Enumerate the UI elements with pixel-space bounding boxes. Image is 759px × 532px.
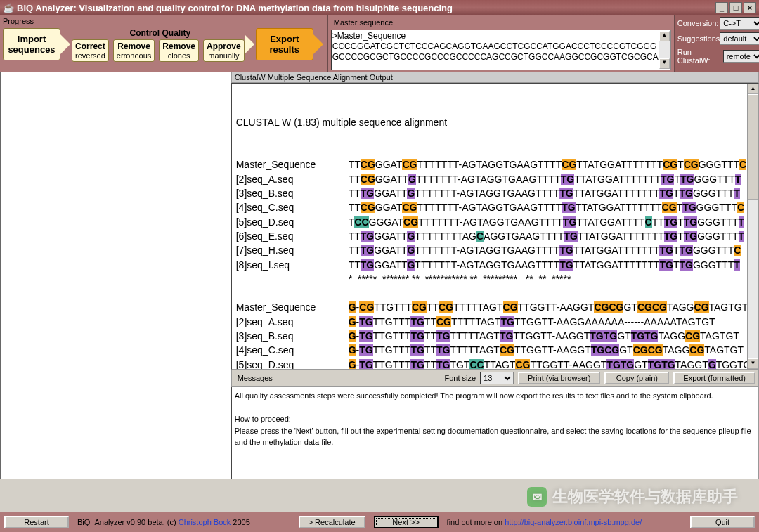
progress-label: Progress (0, 15, 327, 28)
control-quality-title: Control Quality (72, 28, 249, 38)
alignment-toolbar: Messages Font size 13 Print (via browser… (231, 370, 759, 387)
more-info-text: find out more on http://biq-analyzer.bio… (447, 518, 642, 526)
window-titlebar: ☕ BiQ Analyzer: Visualization and qualit… (0, 0, 759, 15)
step-correct-reversed[interactable]: Correctreversed (72, 39, 109, 62)
master-label: Master sequence (331, 17, 671, 30)
left-panel (0, 72, 231, 479)
step-remove-clones[interactable]: Removeclones (159, 39, 199, 62)
master-sequence-textarea[interactable]: >Master_Sequence CCCGGGATCGCTCTCCCAGCAGG… (331, 30, 671, 70)
quit-button[interactable]: Quit (690, 516, 755, 528)
watermark: ✉ 生物医学软件与数据库助手 (527, 486, 738, 507)
messages-header: Messages (235, 373, 275, 383)
window-title: BiQ Analyzer: Visualization and quality … (17, 3, 453, 13)
conversion-label: Conversion: (677, 19, 719, 27)
clustalw-select[interactable]: remote (723, 50, 759, 63)
step-approve-manually[interactable]: Approvemanually (203, 39, 245, 62)
suggestions-label: Suggestions (677, 34, 720, 43)
fontsize-label: Font size (444, 374, 476, 382)
author-link[interactable]: Christoph Bock (179, 518, 231, 526)
app-icon: ☕ (3, 3, 14, 13)
wizard-steps: Import sequences Control Quality Correct… (0, 28, 327, 63)
print-button[interactable]: Print (via browser) (518, 372, 600, 384)
close-button[interactable]: × (744, 2, 756, 13)
step-import[interactable]: Import sequences (3, 28, 60, 60)
fontsize-select[interactable]: 13 (480, 372, 514, 384)
alignment-output[interactable]: CLUSTAL W (1.83) multiple sequence align… (231, 83, 759, 370)
maximize-button[interactable]: □ (729, 2, 742, 13)
step-remove-erroneous[interactable]: Removeerroneous (113, 39, 155, 62)
conversion-select[interactable]: C->T (720, 17, 759, 30)
alignment-scrollbar[interactable]: ▲▼ (747, 84, 758, 369)
clustalw-label: Run ClustalW: (677, 48, 723, 65)
credit-text: BiQ_Analyzer v0.90 beta, (c) Christoph B… (77, 518, 250, 526)
options-panel: Conversion:C->T Suggestionsdefault Run C… (675, 15, 759, 72)
restart-button[interactable]: Restart (4, 516, 69, 528)
next-button[interactable]: Next >> (374, 516, 439, 528)
messages-box: All quality assessments steps were succe… (231, 387, 759, 479)
minimize-button[interactable]: _ (715, 2, 728, 13)
step-export[interactable]: Export results (256, 28, 313, 60)
export-formatted-button[interactable]: Export (formatted) (673, 372, 755, 384)
footer-bar: Restart BiQ_Analyzer v0.90 beta, (c) Chr… (0, 512, 759, 532)
wechat-icon: ✉ (527, 487, 547, 507)
copy-button[interactable]: Copy (plain) (604, 372, 669, 384)
site-link[interactable]: http://biq-analyzer.bioinf.mpi-sb.mpg.de… (505, 518, 642, 526)
suggestions-select[interactable]: default (720, 32, 759, 45)
master-scrollbar[interactable]: ▲▼ (659, 31, 670, 69)
recalculate-button[interactable]: > Recalculate (299, 516, 365, 528)
top-band: Progress Import sequences Control Qualit… (0, 15, 759, 72)
alignment-header: ClustalW Multiple Sequence Alignment Out… (231, 72, 759, 83)
